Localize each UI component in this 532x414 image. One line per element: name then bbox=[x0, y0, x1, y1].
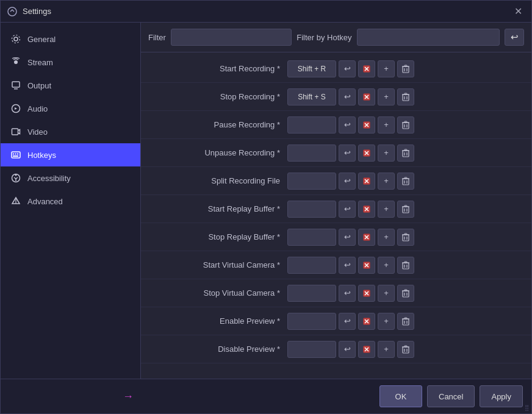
hotkey-name: Stop Replay Buffer * bbox=[141, 232, 287, 241]
hotkey-value-button[interactable] bbox=[287, 341, 336, 358]
close-button[interactable]: ✕ bbox=[511, 4, 525, 19]
sidebar-item-accessibility[interactable]: Accessibility bbox=[1, 166, 140, 190]
hotkey-delete-button[interactable] bbox=[397, 88, 414, 105]
hotkey-add-button[interactable]: + bbox=[378, 88, 395, 105]
hotkey-value-button[interactable]: Shift + S bbox=[287, 88, 336, 105]
hotkey-undo-button[interactable]: ↩ bbox=[339, 116, 356, 134]
hotkey-undo-button[interactable]: ↩ bbox=[339, 229, 356, 246]
hotkey-undo-button[interactable]: ↩ bbox=[339, 201, 356, 218]
sidebar-item-advanced[interactable]: Advanced bbox=[1, 190, 140, 213]
hotkey-undo-button[interactable]: ↩ bbox=[339, 173, 356, 190]
hotkey-value-button[interactable] bbox=[287, 229, 336, 246]
accessibility-icon bbox=[10, 173, 21, 184]
svg-rect-12 bbox=[13, 155, 18, 157]
hotkey-clear-button[interactable] bbox=[358, 145, 375, 162]
hotkey-undo-button[interactable]: ↩ bbox=[339, 88, 356, 105]
hotkey-binding: ↩+ bbox=[287, 285, 524, 302]
hotkey-add-button[interactable]: + bbox=[378, 341, 395, 358]
content-area: GeneralStreamOutputAudioVideoHotkeysAcce… bbox=[1, 23, 531, 379]
hotkey-row: Split Recording File↩+ bbox=[141, 167, 531, 195]
hotkey-clear-button[interactable] bbox=[358, 285, 375, 302]
hotkey-name: Pause Recording * bbox=[141, 120, 287, 129]
sidebar-item-general[interactable]: General bbox=[1, 27, 140, 51]
hotkey-undo-button[interactable]: ↩ bbox=[339, 60, 356, 77]
svg-rect-82 bbox=[403, 291, 409, 297]
svg-rect-44 bbox=[404, 149, 407, 151]
hotkey-clear-button[interactable] bbox=[358, 88, 375, 105]
hotkey-add-button[interactable]: + bbox=[378, 229, 395, 246]
hotkey-name: Disable Preview * bbox=[141, 344, 287, 354]
hotkey-value-button[interactable] bbox=[287, 145, 336, 162]
hotkey-delete-button[interactable] bbox=[397, 60, 414, 77]
hotkey-delete-button[interactable] bbox=[397, 257, 414, 274]
hotkey-add-button[interactable]: + bbox=[378, 173, 395, 190]
hotkey-value-button[interactable] bbox=[287, 313, 336, 330]
hotkey-delete-button[interactable] bbox=[397, 229, 414, 246]
hotkeys-icon bbox=[10, 149, 21, 160]
hotkey-undo-button[interactable]: ↩ bbox=[339, 313, 356, 330]
svg-rect-58 bbox=[403, 207, 409, 213]
hotkey-undo-button[interactable]: ↩ bbox=[339, 257, 356, 274]
hotkey-binding: Shift + R↩+ bbox=[287, 60, 524, 77]
svg-rect-9 bbox=[13, 154, 14, 155]
hotkey-value-button[interactable] bbox=[287, 116, 336, 134]
cancel-button[interactable]: Cancel bbox=[427, 385, 475, 407]
hotkey-binding: ↩+ bbox=[287, 257, 524, 274]
hotkey-name: Enable Preview * bbox=[141, 316, 287, 326]
output-icon bbox=[10, 80, 21, 91]
hotkey-binding: Shift + S↩+ bbox=[287, 88, 524, 105]
hotkey-value-button[interactable] bbox=[287, 257, 336, 274]
hotkey-value-button[interactable] bbox=[287, 201, 336, 218]
hotkey-add-button[interactable]: + bbox=[378, 145, 395, 162]
sidebar-item-video[interactable]: Video bbox=[1, 120, 140, 143]
svg-rect-34 bbox=[403, 123, 409, 129]
hotkey-delete-button[interactable] bbox=[397, 173, 414, 190]
hotkey-clear-button[interactable] bbox=[358, 257, 375, 274]
hotkey-delete-button[interactable] bbox=[397, 116, 414, 134]
filter-input[interactable] bbox=[171, 29, 292, 46]
svg-point-2 bbox=[12, 35, 20, 43]
svg-rect-76 bbox=[404, 262, 407, 263]
hotkey-clear-button[interactable] bbox=[358, 201, 375, 218]
apply-button[interactable]: Apply bbox=[480, 385, 523, 407]
hotkey-delete-button[interactable] bbox=[397, 313, 414, 330]
hotkey-delete-button[interactable] bbox=[397, 341, 414, 358]
advanced-icon bbox=[10, 196, 21, 207]
svg-rect-7 bbox=[12, 129, 18, 135]
hotkey-value-button[interactable] bbox=[287, 285, 336, 302]
hotkey-value-button[interactable]: Shift + R bbox=[287, 60, 336, 77]
hotkey-undo-button[interactable]: ↩ bbox=[339, 341, 356, 358]
hotkey-add-button[interactable]: + bbox=[378, 116, 395, 134]
hotkey-undo-button[interactable]: ↩ bbox=[339, 285, 356, 302]
ok-button[interactable]: OK bbox=[379, 385, 422, 407]
sidebar-item-audio[interactable]: Audio bbox=[1, 97, 140, 120]
svg-rect-28 bbox=[404, 93, 407, 95]
hotkey-clear-button[interactable] bbox=[358, 60, 375, 77]
hotkey-clear-button[interactable] bbox=[358, 229, 375, 246]
hotkey-undo-button[interactable]: ↩ bbox=[339, 145, 356, 162]
hotkey-value-button[interactable] bbox=[287, 173, 336, 190]
hotkey-clear-button[interactable] bbox=[358, 313, 375, 330]
sidebar-item-hotkeys[interactable]: Hotkeys bbox=[1, 143, 140, 166]
hotkey-add-button[interactable]: + bbox=[378, 313, 395, 330]
filter-back-button[interactable]: ↩ bbox=[505, 29, 524, 46]
svg-rect-84 bbox=[404, 290, 407, 291]
svg-rect-8 bbox=[12, 152, 20, 158]
hotkey-add-button[interactable]: + bbox=[378, 201, 395, 218]
hotkey-clear-button[interactable] bbox=[358, 116, 375, 134]
hotkey-row: Start Virtual Camera *↩+ bbox=[141, 251, 531, 279]
hotkey-delete-button[interactable] bbox=[397, 201, 414, 218]
hotkey-add-button[interactable]: + bbox=[378, 285, 395, 302]
hotkey-add-button[interactable]: + bbox=[378, 257, 395, 274]
sidebar-label-video: Video bbox=[27, 127, 48, 137]
svg-rect-50 bbox=[403, 179, 409, 185]
filter-hotkey-input[interactable] bbox=[357, 29, 500, 46]
svg-rect-98 bbox=[403, 347, 409, 353]
hotkey-clear-button[interactable] bbox=[358, 341, 375, 358]
sidebar-item-stream[interactable]: Stream bbox=[1, 51, 140, 74]
sidebar-item-output[interactable]: Output bbox=[1, 74, 140, 97]
hotkey-add-button[interactable]: + bbox=[378, 60, 395, 77]
hotkey-delete-button[interactable] bbox=[397, 285, 414, 302]
hotkey-clear-button[interactable] bbox=[358, 173, 375, 190]
hotkey-delete-button[interactable] bbox=[397, 145, 414, 162]
